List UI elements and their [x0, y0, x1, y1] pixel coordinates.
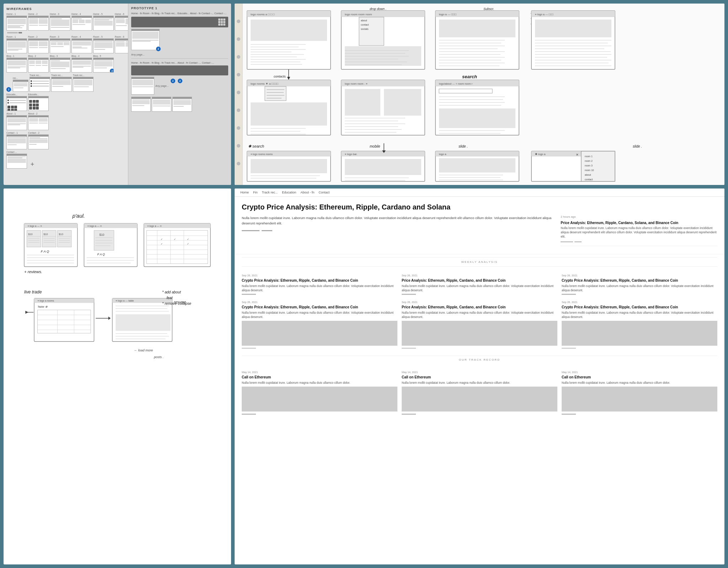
svg-text:✓: ✓: [187, 238, 189, 240]
app-container: WIREFRAMES Home - 1: [0, 0, 728, 568]
frame-item: Home - 5: [93, 13, 114, 31]
frames-row-about: About - 1 About - 2: [6, 112, 125, 130]
mini-frame: [28, 96, 49, 111]
hand-sketches-panel: p'aul. ≡ logo a --- ≡ $10 $10: [4, 189, 231, 564]
article-date: Sep 26, 2021: [562, 301, 717, 304]
proto-frame-container: 2: [177, 77, 183, 95]
proto-badge-3: 2: [178, 79, 182, 83]
proto-nav-label: Educatio...: [177, 12, 189, 15]
article-title: Price Analysis: Ethereum, Ripple, Cardan…: [402, 305, 557, 309]
svg-text:live trade: live trade: [24, 290, 42, 294]
weekly-section-label: WEEKLY ANALYSIS: [242, 257, 717, 267]
frames-row-track: 2 rec... Track rec...: [6, 74, 125, 92]
frame-label: About - 1: [6, 112, 16, 115]
proto-tabs-bar-2: [131, 65, 228, 75]
mini-frame: [50, 58, 70, 73]
track-article: May 14, 2021 Call on Ethereum Nulla lore…: [242, 371, 397, 416]
proto-frame-container: 2: [131, 29, 160, 50]
svg-text:$10: $10: [59, 233, 63, 236]
hero-body: Nulla lorem mollit cupidatat irure. Labo…: [242, 215, 555, 226]
svg-text:contact: contact: [361, 23, 369, 26]
frame-item: Educatio...: [6, 93, 27, 111]
track-article-body: Nulla lorem mollit cupidatat irure. Labo…: [242, 381, 397, 385]
site-mockup-panel: Home Fin Track rec... Education About - …: [235, 189, 724, 564]
nav-link-track[interactable]: Track rec...: [262, 191, 278, 194]
hand-sketches-svg: p'aul. ≡ logo a --- ≡ $10 $10: [14, 199, 220, 554]
proto-nav-label: Track rec...: [165, 62, 177, 64]
svg-rect-105: [439, 108, 515, 128]
mini-frame: [6, 154, 27, 169]
proto-nav-label: Contact -...: [214, 12, 226, 15]
frame-label: Home - 6: [115, 13, 124, 15]
article-body: Nulla lorem mollit cupidatat irure. Labo…: [562, 311, 717, 319]
frame-label: Room - 1: [6, 36, 16, 38]
svg-text:socials: socials: [361, 28, 369, 30]
svg-text:≡ logo   a --- ≡: ≡ logo a --- ≡: [87, 225, 102, 228]
badge-2: 2: [110, 69, 114, 73]
mini-frame: [6, 96, 27, 111]
svg-rect-60: [535, 20, 611, 37]
proto-nav-label: Contact -...: [189, 62, 201, 64]
frame-label: Blog - 5: [93, 55, 101, 57]
svg-text:✱ search: ✱ search: [248, 144, 264, 148]
hero-side: 2 hours ago Price Analysis: Ethereum, Ri…: [561, 215, 717, 250]
svg-rect-89: [384, 89, 421, 116]
svg-point-3: [237, 37, 240, 41]
svg-text:contact: contact: [585, 178, 593, 181]
proto-label-anypage-2: Any page...: [155, 77, 169, 95]
track-article: May 14, 2021 Call on Ethereum Nulla lore…: [402, 371, 557, 416]
svg-text:contacts.: contacts.: [274, 75, 287, 78]
svg-text:drop down .: drop down .: [370, 7, 386, 11]
frame-item: Room - 5: [93, 36, 114, 53]
nav-link-contact[interactable]: Contact: [318, 191, 330, 194]
frame-label: Blog - 1: [6, 55, 14, 57]
nav-link-about[interactable]: About - fn: [300, 191, 314, 194]
frame-item: Track rec...: [73, 74, 93, 92]
frame-label: Room - 5: [93, 36, 103, 38]
article-date: Sep 26, 2021: [242, 301, 397, 304]
nav-link-fin[interactable]: Fin: [253, 191, 258, 194]
side-article-time: 2 hours ago: [561, 215, 717, 218]
svg-rect-224: [116, 314, 170, 331]
frame-label: Contact ...: [6, 151, 17, 153]
svg-text:≡ logo   bar.: ≡ logo bar.: [345, 153, 357, 156]
frame-item: Blog - 2: [28, 55, 49, 73]
proto-frame-container: [131, 77, 154, 95]
svg-rect-42: [439, 20, 515, 37]
proto-nav-label: Track rec...: [165, 12, 177, 15]
frames-row-contact-extra: Contact ... +: [6, 151, 125, 169]
track-record-grid: May 14, 2021 Call on Ethereum Nulla lore…: [235, 366, 724, 420]
svg-text:logo   a --- □□□: logo a --- □□□: [439, 13, 456, 16]
svg-text:feat: feat: [166, 296, 173, 300]
proto-mini-frame-sm: [152, 97, 171, 112]
svg-rect-81: [251, 102, 327, 126]
site-wrapper: Home Fin Track rec... Education About - …: [235, 189, 724, 564]
prototype-title: PROTOTYPE 1: [131, 6, 228, 10]
track-article-body: Nulla lorem mollit cupidatat irure. Labo…: [562, 381, 717, 385]
frame-label: Track rec...: [30, 74, 41, 76]
svg-text:p'aul.: p'aul.: [72, 213, 85, 219]
frame-item: Contact - 1: [6, 132, 27, 149]
nav-link-home[interactable]: Home: [240, 191, 249, 194]
frame-item: Home - 1: [6, 13, 27, 31]
proto-nav-strip-2: Home - fn Room - fn Blog - fn Track rec.…: [131, 62, 228, 64]
hero-title: Crypto Price Analysis: Ethereum, Ripple,…: [242, 202, 717, 212]
frame-label: Educatio...: [28, 93, 39, 96]
frame-item: Contact ...: [6, 151, 27, 169]
svg-rect-88: [345, 89, 380, 116]
svg-text:F A Q: F A Q: [97, 253, 105, 256]
hero-main: Nulla lorem mollit cupidatat irure. Labo…: [242, 215, 555, 250]
sketches-panel: logo rooms a □ □ □ logo room room room: [235, 4, 724, 185]
proto-nav-label: Blog - fn: [154, 12, 164, 15]
proto-nav-label: Contact -...: [202, 62, 214, 64]
frame-item: About - 2: [28, 112, 49, 130]
mini-frame: [28, 134, 49, 149]
frame-item: Home - 4: [71, 13, 92, 31]
proto-label-anypage: Any page...: [131, 53, 228, 56]
nav-link-education[interactable]: Education: [282, 191, 296, 194]
weekly-article: Sep 26, 2021 Crypto Price Analysis: Ethe…: [562, 274, 717, 296]
wireframes-left: WIREFRAMES Home - 1: [4, 4, 128, 185]
article-date: Sep 26, 2021: [402, 301, 557, 304]
svg-text:≡ logo   a --- □□□: ≡ logo a --- □□□: [535, 13, 554, 16]
article-body: Nulla lorem mollit cupidatat irure. Labo…: [242, 284, 397, 293]
